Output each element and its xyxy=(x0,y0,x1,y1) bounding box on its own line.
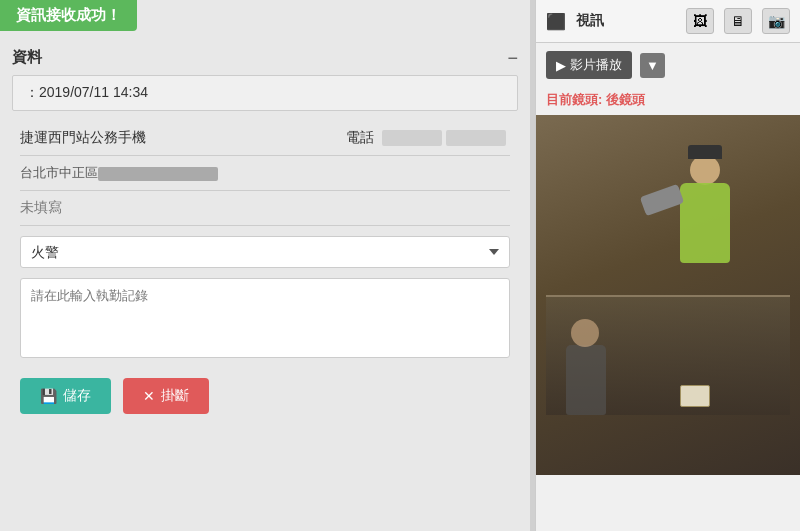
address-blur xyxy=(98,167,218,181)
box-on-ground xyxy=(680,385,710,407)
camera-label-prefix: 目前鏡頭: xyxy=(546,92,602,107)
save-label: 儲存 xyxy=(63,387,91,405)
play-label: 影片播放 xyxy=(570,56,622,74)
camera-name: 後鏡頭 xyxy=(606,92,645,107)
address-text: 台北市中正區 xyxy=(20,164,218,182)
incident-type-row: 火警 救護 事故 其他 xyxy=(20,236,510,268)
camera-icon: 📷 xyxy=(768,13,785,29)
station-name: 捷運西門站公務手機 xyxy=(20,129,160,147)
station-row: 捷運西門站公務手機 電話 xyxy=(20,121,510,156)
panel-header: 資料 − xyxy=(0,40,530,75)
video-play-button[interactable]: ▶ 影片播放 xyxy=(546,51,632,79)
panel-title-video: 視訊 xyxy=(576,12,604,30)
video-scene xyxy=(536,115,800,475)
address-row: 台北市中正區 xyxy=(20,156,510,191)
second-person-head xyxy=(571,319,599,347)
cancel-icon: ✕ xyxy=(143,388,155,404)
play-icon: ▶ xyxy=(556,58,566,73)
video-frame xyxy=(536,115,800,475)
monitor-icon-btn[interactable]: 🖥 xyxy=(724,8,752,34)
datetime-row: ：2019/07/11 14:34 xyxy=(12,75,518,111)
duty-record-row xyxy=(20,278,510,362)
duty-record-input[interactable] xyxy=(20,278,510,358)
play-dropdown-button[interactable]: ▼ xyxy=(640,53,665,78)
save-button[interactable]: 💾 儲存 xyxy=(20,378,111,414)
person-hat xyxy=(688,145,722,159)
button-row: 💾 儲存 ✕ 掛斷 xyxy=(0,378,530,414)
save-icon: 💾 xyxy=(40,388,57,404)
camera-label-row: 目前鏡頭: 後鏡頭 xyxy=(536,91,800,115)
unfilled-text: 未填寫 xyxy=(20,199,62,217)
second-person-body xyxy=(566,345,606,415)
minimize-button[interactable]: − xyxy=(507,49,518,67)
dropdown-arrow-icon: ▼ xyxy=(646,58,659,73)
right-panel: ⬛ 視訊 🖼 🖥 📷 ▶ 影片播放 ▼ 目前鏡頭: 後鏡頭 xyxy=(535,0,800,531)
incident-type-select[interactable]: 火警 救護 事故 其他 xyxy=(20,236,510,268)
phone-label: 電話 xyxy=(346,129,374,147)
monitor-icon: 🖥 xyxy=(731,13,745,29)
left-panel: 資料 − ：2019/07/11 14:34 捷運西門站公務手機 電話 台北市中… xyxy=(0,0,530,531)
datetime-text: ：2019/07/11 14:34 xyxy=(25,84,148,100)
cancel-button[interactable]: ✕ 掛斷 xyxy=(123,378,209,414)
unfilled-row: 未填寫 xyxy=(20,191,510,226)
person-body-vest xyxy=(680,183,730,263)
video-icon: ⬛ xyxy=(546,12,566,31)
phone-value-blur xyxy=(382,130,442,146)
camera-icon-btn[interactable]: 📷 xyxy=(762,8,790,34)
success-text: 資訊接收成功！ xyxy=(16,6,121,23)
panel-title: 資料 xyxy=(12,48,42,67)
form-area: 捷運西門站公務手機 電話 台北市中正區 未填寫 火警 救護 事故 其他 xyxy=(0,121,530,362)
address-prefix: 台北市中正區 xyxy=(20,165,98,180)
video-control-row: ▶ 影片播放 ▼ xyxy=(536,43,800,87)
image-icon-btn[interactable]: 🖼 xyxy=(686,8,714,34)
cancel-label: 掛斷 xyxy=(161,387,189,405)
success-banner: 資訊接收成功！ xyxy=(0,0,137,31)
person-head xyxy=(690,155,720,185)
right-header: ⬛ 視訊 🖼 🖥 📷 xyxy=(536,0,800,43)
phone-value-blur2 xyxy=(446,130,506,146)
image-icon: 🖼 xyxy=(693,13,707,29)
